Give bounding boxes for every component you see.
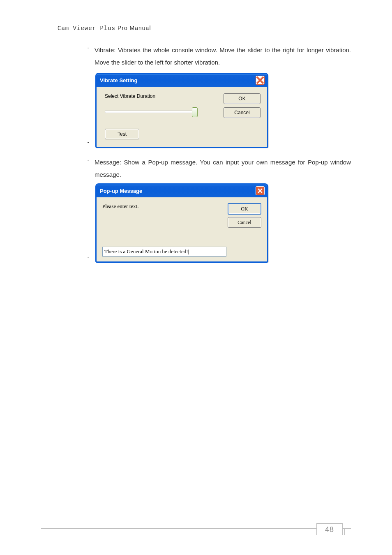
dialog-titlebar[interactable]: Vibrate Setting bbox=[97, 74, 267, 87]
dialog-title: Vibrate Setting bbox=[100, 77, 138, 83]
cancel-button[interactable]: Cancel bbox=[228, 217, 261, 228]
footer-divider bbox=[41, 528, 351, 529]
page-number: 48 bbox=[316, 523, 343, 535]
ok-button[interactable]: OK bbox=[228, 203, 261, 215]
ok-button[interactable]: OK bbox=[224, 93, 261, 104]
duration-slider[interactable] bbox=[105, 106, 195, 118]
close-icon[interactable] bbox=[256, 186, 265, 195]
page-header: Cam Viewer Plus Pro Manual bbox=[58, 25, 351, 32]
message-description: Message: Show a Pop-up message. You can … bbox=[95, 156, 351, 181]
vibrate-duration-label: Select Vibrate Duration bbox=[105, 93, 219, 99]
header-suffix: Pro Manual bbox=[115, 25, 151, 31]
vibrate-setting-dialog: Vibrate Setting Select Vibrate Duration … bbox=[95, 73, 268, 148]
footer-stub bbox=[344, 528, 351, 535]
list-item-vibrate: - Vibrate: Vibrates the whole console wi… bbox=[82, 44, 351, 69]
vibrate-description: Vibrate: Vibrates the whole console wind… bbox=[95, 44, 351, 69]
dialog-titlebar[interactable]: Pop-up Message bbox=[97, 185, 267, 197]
close-icon[interactable] bbox=[256, 76, 265, 85]
popup-message-dialog: Pop-up Message Please enter text. OK Can… bbox=[95, 183, 268, 263]
cancel-button[interactable]: Cancel bbox=[224, 107, 261, 118]
popup-message-input[interactable] bbox=[102, 247, 226, 257]
slider-track bbox=[105, 111, 195, 113]
test-button[interactable]: Test bbox=[105, 129, 139, 139]
popup-enter-text-label: Please enter text. bbox=[102, 203, 224, 210]
bullet-dash: - bbox=[82, 44, 95, 51]
bullet-dash: - bbox=[82, 156, 95, 163]
bullet-dash: - bbox=[82, 139, 95, 148]
slider-thumb[interactable] bbox=[192, 107, 198, 117]
page-footer: 48 bbox=[0, 523, 351, 534]
dialog-title: Pop-up Message bbox=[100, 188, 142, 194]
header-prefix: Cam Viewer Plus bbox=[58, 25, 115, 32]
list-item-message: - Message: Show a Pop-up message. You ca… bbox=[82, 156, 351, 181]
bullet-dash: - bbox=[82, 253, 95, 263]
